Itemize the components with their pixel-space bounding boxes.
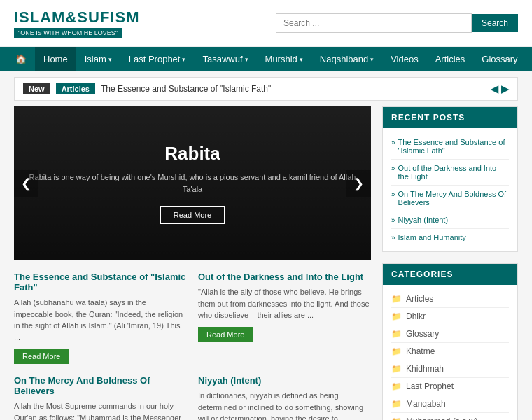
ticker-prev-button[interactable]: ◀ [491,83,498,94]
category-7[interactable]: 📁Muhammad (s.a.w) [391,413,509,420]
article-cards: The Essence and Substance of "Islamic Fa… [14,272,371,420]
recent-post-1-text: Out of the Darkness and Into the Light [398,164,509,181]
nav-item-videos[interactable]: Videos [382,47,427,71]
nav-home-icon[interactable]: 🏠 [7,47,35,71]
search-input[interactable] [276,13,472,33]
ticker-new-badge: New [23,83,50,94]
category-0-label: Articles [406,294,433,304]
recent-post-3-text: Niyyah (Intent) [398,216,449,224]
ticker-bar: New Articles The Essence and Substance o… [14,77,518,101]
recent-post-4[interactable]: » Islam and Humanity [391,229,509,246]
search-bar: Search [276,13,518,33]
header: ISLAM&SUFISM "ONE IS WITH WHOM HE LOVES"… [0,0,532,47]
slider-description: Rabita is one way of being with one's Mu… [28,172,357,195]
post-arrow-icon-3: » [391,216,396,224]
card-1-read-more[interactable]: Read More [198,327,253,342]
categories-box: CATEGORIES 📁Articles 📁Dhikr 📁Glossary 📁K… [382,263,518,420]
recent-post-2-text: On The Mercy And Boldness Of Believers [398,190,509,206]
nav-item-islam[interactable]: Islam ▾ [76,47,120,71]
post-arrow-icon-0: » [391,139,396,146]
post-arrow-icon-1: » [391,164,396,172]
folder-icon-5: 📁 [391,382,402,391]
title-part1: ISLAM [14,8,65,26]
nav-item-glossary[interactable]: Glossary [473,47,526,71]
category-0[interactable]: 📁Articles [391,290,509,308]
card-1-text: "Allah is the ally of those who believe.… [198,286,371,321]
card-2: On The Mercy And Boldness Of Believers A… [14,375,187,420]
site-title: ISLAM&SUFISM [14,8,139,27]
post-arrow-icon-2: » [391,190,396,198]
categories-content: 📁Articles 📁Dhikr 📁Glossary 📁Khatme 📁Khid… [383,285,517,420]
recent-posts-box: RECENT POSTS » The Essence and Substance… [382,106,518,252]
card-2-text: Allah the Most Supreme commands in our h… [14,400,187,420]
card-2-title[interactable]: On The Mercy And Boldness Of Believers [14,375,187,396]
nav-item-tasawwuf[interactable]: Tasawwuf ▾ [194,47,256,71]
site-subtitle: "ONE IS WITH WHOM HE LOVES" [14,28,122,38]
site-branding: ISLAM&SUFISM "ONE IS WITH WHOM HE LOVES" [14,8,139,38]
recent-post-4-text: Islam and Humanity [398,233,466,241]
card-0: The Essence and Substance of "Islamic Fa… [14,272,187,364]
category-4-label: Khidhmah [406,364,444,374]
recent-post-2[interactable]: » On The Mercy And Boldness Of Believers [391,186,509,211]
folder-icon-6: 📁 [391,399,402,409]
nav-item-home[interactable]: Home [35,47,76,71]
category-3-label: Khatme [406,346,435,356]
card-0-title[interactable]: The Essence and Substance of "Islamic Fa… [14,272,187,293]
card-1-title[interactable]: Out of the Darkness and Into the Light [198,272,371,282]
nav-item-murshid[interactable]: Murshid ▾ [257,47,312,71]
categories-header: CATEGORIES [383,264,517,285]
category-2[interactable]: 📁Glossary [391,326,509,343]
ticker-articles-badge: Articles [56,83,95,94]
category-5[interactable]: 📁Last Prophet [391,378,509,396]
recent-post-1[interactable]: » Out of the Darkness and Into the Light [391,160,509,186]
slider-prev-button[interactable]: ❮ [14,170,38,197]
folder-icon-1: 📁 [391,312,402,321]
nav-item-naqshiband[interactable]: Naqshiband ▾ [312,47,382,71]
post-arrow-icon-4: » [391,234,396,241]
category-2-label: Glossary [406,329,439,339]
card-3-title[interactable]: Niyyah (Intent) [198,375,371,386]
recent-post-0-text: The Essence and Substance of "Islamic Fa… [398,138,509,155]
recent-posts-header: RECENT POSTS [383,107,517,128]
ticker-navigation: ◀ ▶ [491,83,509,94]
recent-post-3[interactable]: » Niyyah (Intent) [391,211,509,229]
search-button[interactable]: Search [472,14,518,32]
card-3: Niyyah (Intent) In dictionaries, niyyah … [198,375,371,420]
category-4[interactable]: 📁Khidhmah [391,360,509,378]
category-6[interactable]: 📁Manqabah [391,396,509,413]
folder-icon-7: 📁 [391,416,402,420]
content-column: ❮ Rabita Rabita is one way of being with… [14,106,371,420]
recent-post-0[interactable]: » The Essence and Substance of "Islamic … [391,134,509,160]
navbar: 🏠 Home Islam ▾ Last Prophet ▾ Tasawwuf ▾… [0,47,532,71]
nav-item-articles[interactable]: Articles [427,47,474,71]
category-6-label: Manqabah [406,399,446,409]
category-5-label: Last Prophet [406,382,454,391]
title-amp: & [65,8,77,26]
ticker-text: The Essence and Substance of "Islamic Fa… [101,84,485,94]
card-1: Out of the Darkness and Into the Light "… [198,272,371,364]
title-part2: SUFISM [77,8,139,26]
slider-title: Rabita [28,143,357,164]
card-0-read-more[interactable]: Read More [14,349,69,364]
recent-posts-content: » The Essence and Substance of "Islamic … [383,128,517,251]
sidebar: RECENT POSTS » The Essence and Substance… [382,106,518,420]
ticker-next-button[interactable]: ▶ [501,83,509,94]
card-3-text: In dictionaries, niyyah is defined as be… [198,390,371,420]
folder-icon-4: 📁 [391,364,402,374]
category-7-label: Muhammad (s.a.w) [406,416,478,420]
nav-item-last-prophet[interactable]: Last Prophet ▾ [120,47,195,71]
main-layout: ❮ Rabita Rabita is one way of being with… [0,106,532,420]
category-1[interactable]: 📁Dhikr [391,308,509,326]
slider-content: Rabita Rabita is one way of being with o… [14,129,371,238]
slider-read-more-button[interactable]: Read More [160,206,225,224]
slider-next-button[interactable]: ❯ [346,170,371,197]
category-3[interactable]: 📁Khatme [391,343,509,360]
folder-icon-0: 📁 [391,294,402,304]
category-1-label: Dhikr [406,312,426,321]
folder-icon-3: 📁 [391,346,402,356]
hero-slider: ❮ Rabita Rabita is one way of being with… [14,106,371,260]
card-0-text: Allah (subhanahu wa taala) says in the i… [14,297,187,343]
folder-icon-2: 📁 [391,329,402,339]
